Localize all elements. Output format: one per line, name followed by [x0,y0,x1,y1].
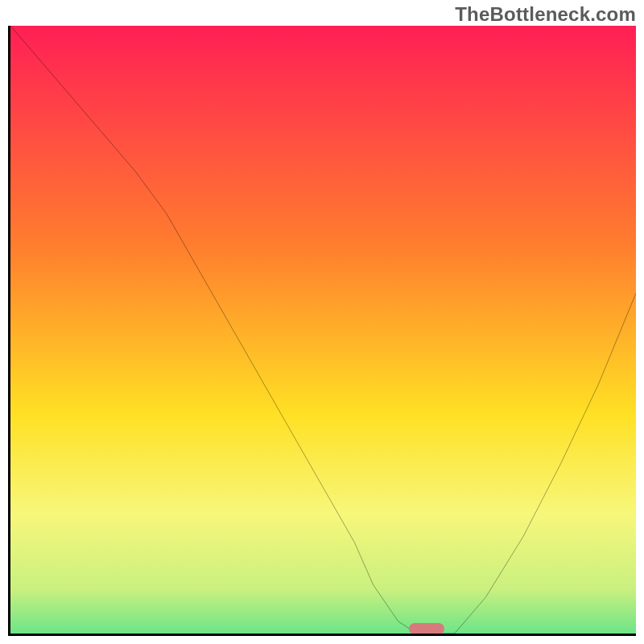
bottleneck-curve [10,26,636,634]
bottleneck-chart [8,26,636,636]
optimal-zone-marker [409,623,444,634]
watermark-text: TheBottleneck.com [455,3,636,26]
